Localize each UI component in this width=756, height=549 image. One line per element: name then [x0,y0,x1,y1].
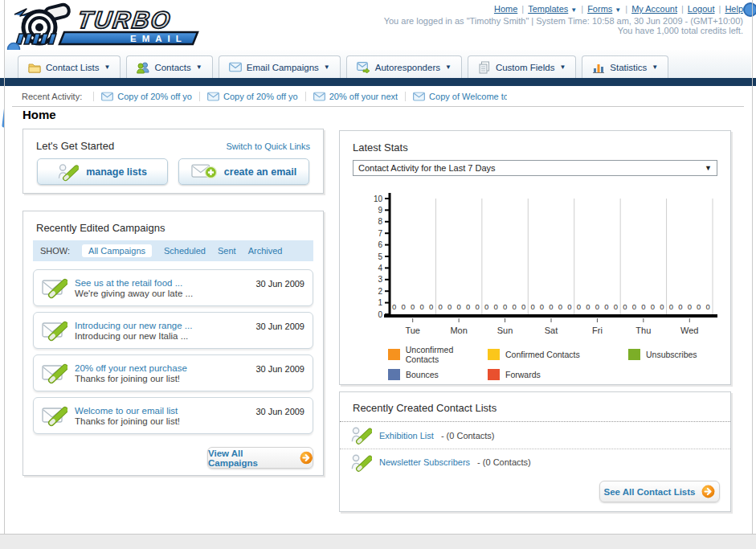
svg-text:0: 0 [484,302,488,311]
filter-archived[interactable]: Archived [248,246,283,256]
chevron-down-icon: ▼ [104,64,110,71]
campaign-date: 30 Jun 2009 [255,317,304,331]
svg-text:1: 1 [378,298,382,307]
campaign-row: See us at the retail food ...We're givin… [33,269,313,306]
svg-text:0: 0 [549,302,553,311]
person-pencil-icon [351,453,372,473]
legend-item: Unsubscribes [628,345,730,364]
recent-activity-item[interactable]: Copy of Welcome to [405,92,514,101]
chevron-down-icon: ▼ [705,164,712,172]
nav-tab-contact-lists[interactable]: Contact Lists▼ [18,55,121,78]
contact-list-row: Newsletter Subscribers - (0 Contacts) [340,449,730,475]
header-link-help[interactable]: Help [725,4,743,14]
svg-text:0: 0 [558,302,562,311]
svg-text:0: 0 [420,302,424,311]
logo-text-email: EMAIL [130,34,187,43]
legend-swatch [488,349,500,360]
header-link-forms[interactable]: Forms [587,4,612,14]
manage-lists-button[interactable]: manage lists [37,158,168,185]
svg-text:0: 0 [706,302,710,311]
chevron-down-icon: ▼ [445,64,452,71]
header-link-my-account[interactable]: My Account [631,4,677,14]
nav-tab-label: Autoresponders [375,63,440,72]
recent-activity-link[interactable]: 20% off your next [329,92,398,101]
see-all-contact-lists-button[interactable]: See All Contact Lists [599,481,720,502]
svg-text:0: 0 [439,302,443,311]
stats-range-dropdown[interactable]: Contact Activity for the Last 7 Days ▼ [353,160,717,176]
recent-activity-item[interactable]: Copy of 20% off yo [199,92,305,101]
header-links: Home|Templates ▼|Forms ▼|My Account|Logo… [494,4,743,14]
nav-tab-autoresponders[interactable]: Autoresponders▼ [346,55,462,78]
nav-tab-statistics[interactable]: Statistics▼ [582,55,668,78]
svg-text:0: 0 [475,302,479,311]
legend-item: Unconfirmed Contacts [388,345,488,364]
contact-list-row: Exhibition List - (0 Contacts) [340,422,730,449]
filter-scheduled[interactable]: Scheduled [164,246,206,256]
recent-activity-item[interactable]: 20% off your next [305,92,405,101]
svg-text:0: 0 [688,302,692,311]
recent-activity-bar: Recent Activity: Copy of 20% off yo Copy… [5,86,751,107]
person-pencil-icon [58,162,79,182]
svg-text:0: 0 [614,302,618,311]
switch-quick-links-link[interactable]: Switch to Quick Links [226,141,310,151]
chevron-down-icon: ▼ [652,64,658,71]
svg-text:0: 0 [503,302,507,311]
envelope-plus-icon [191,162,217,181]
contact-list-count: - (0 Contacts) [477,457,531,467]
recent-activity-link[interactable]: Copy of Welcome to [429,92,507,101]
campaigns-filter-bar: SHOW: All Campaigns Scheduled Sent Archi… [33,240,313,261]
view-all-campaigns-button[interactable]: View All Campaigns [207,447,313,469]
create-email-button[interactable]: create an email [178,158,309,185]
svg-text:0: 0 [392,302,396,311]
nav-tab-custom-fields[interactable]: Custom Fields▼ [468,55,576,78]
recently-created-contact-lists-panel: Recently Created Contact Lists Exhibitio… [339,391,731,512]
arrow-right-icon [701,485,715,498]
recent-activity-link[interactable]: Copy of 20% off yo [223,92,298,101]
svg-text:0: 0 [456,302,460,311]
campaign-title-link[interactable]: Welcome to our email list [75,406,180,416]
recent-activity-item[interactable]: Copy of 20% off yo [93,92,199,101]
svg-text:0: 0 [586,302,590,311]
header-link-templates[interactable]: Templates [528,4,568,14]
svg-text:Fri: Fri [592,326,603,335]
campaign-title-link[interactable]: 20% off your next purchase [75,363,187,373]
legend-label: Unconfirmed Contacts [406,345,488,364]
nav-tab-label: Email Campaigns [247,63,319,72]
campaign-title-link[interactable]: Introducing our new range ... [75,321,192,330]
envelope-arrow-icon [357,62,370,73]
svg-text:0: 0 [660,302,664,311]
svg-text:0: 0 [447,302,452,311]
header-link-home[interactable]: Home [494,4,517,14]
nav-tab-contacts[interactable]: Contacts▼ [126,55,212,78]
recent-activity-link[interactable]: Copy of 20% off yo [117,92,192,101]
footer [0,534,756,549]
filter-all-campaigns[interactable]: All Campaigns [82,244,152,257]
separator: | [581,4,583,14]
svg-text:3: 3 [378,275,382,284]
arrow-right-icon [300,451,313,465]
get-started-panel: Let's Get Started Switch to Quick Links … [22,129,324,194]
navy-divider-bar [0,78,756,86]
legend-label: Forwards [505,370,541,379]
contact-list-link[interactable]: Exhibition List [379,431,434,440]
folder-icon [28,61,41,74]
campaign-date: 30 Jun 2009 [255,402,304,416]
svg-text:8: 8 [378,217,382,226]
header-link-logout[interactable]: Logout [688,4,715,14]
separator: | [719,4,721,14]
page-title: Home [22,108,56,121]
main-navigation: Contact Lists▼ Contacts▼ Email Campaigns… [5,50,751,78]
svg-text:0: 0 [577,302,581,311]
chevron-down-icon: ▼ [570,6,577,14]
envelope-icon [207,92,219,101]
nav-tab-email-campaigns[interactable]: Email Campaigns▼ [219,55,341,78]
nav-tab-label: Contact Lists [46,63,99,72]
contact-list-link[interactable]: Newsletter Subscribers [379,457,470,467]
svg-text:0: 0 [595,302,599,311]
contacts-icon [137,61,149,74]
svg-text:0: 0 [512,302,516,311]
campaign-row: Welcome to our email listThanks for join… [33,397,313,434]
svg-text:9: 9 [378,206,382,215]
filter-sent[interactable]: Sent [218,246,236,256]
campaign-title-link[interactable]: See us at the retail food ... [75,278,193,288]
